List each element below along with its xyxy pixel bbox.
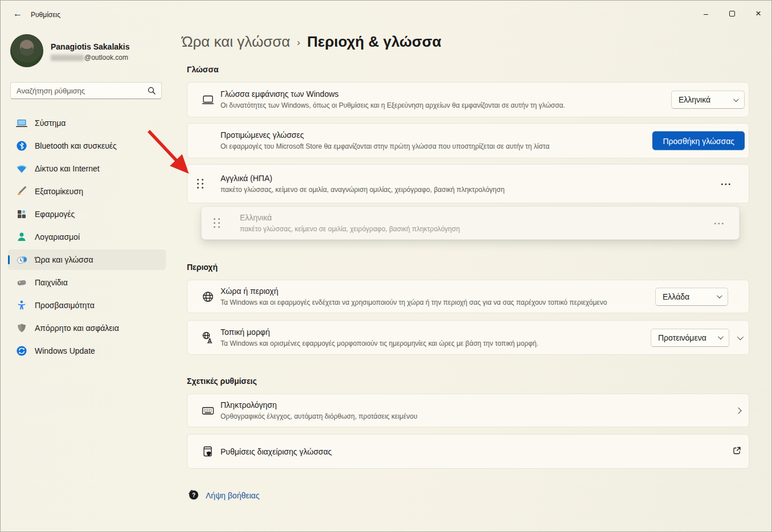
search-input[interactable]	[11, 87, 148, 95]
minimize-icon: –	[704, 9, 708, 18]
country-dropdown[interactable]: Ελλάδα	[655, 288, 728, 306]
card-title: Πληκτρολόγηση	[220, 400, 418, 411]
settings-window: ← Ρυθμίσεις – × Panagiotis Sakalakis @ou…	[0, 0, 772, 532]
card-title: Προτιμώμενες γλώσσες	[220, 130, 549, 141]
main-content: Γλώσσα Γλώσσα εμφάνισης των Windows Οι δ…	[187, 26, 749, 531]
search-icon	[148, 87, 156, 95]
card-title: Τοπική μορφή	[220, 327, 538, 338]
profile-name: Panagiotis Sakalakis	[51, 42, 130, 51]
accessibility-icon	[16, 300, 27, 311]
maximize-button[interactable]	[719, 1, 745, 26]
close-button[interactable]: ×	[745, 1, 771, 26]
section-label-region: Περιοχή	[187, 263, 218, 272]
titlebar: ← Ρυθμίσεις – ×	[1, 1, 771, 26]
setting-card-admin-language[interactable]: Ρυθμίσεις διαχείρισης γλώσσας	[187, 434, 749, 469]
sidebar-item-personalization[interactable]: Εξατομίκευση	[8, 181, 166, 202]
sidebar-item-windows-update[interactable]: Windows Update	[8, 341, 166, 361]
setting-card-typing[interactable]: Πληκτρολόγηση Ορθογραφικός έλεγχος, αυτό…	[187, 394, 749, 427]
personalization-icon	[16, 186, 27, 197]
drag-handle-icon[interactable]	[210, 216, 223, 230]
locale-format-icon: A	[201, 331, 215, 345]
back-button[interactable]: ←	[9, 5, 27, 22]
privacy-icon	[16, 322, 27, 334]
card-title: Γλώσσα εμφάνισης των Windows	[220, 89, 565, 100]
profile-email: @outlook.com	[51, 54, 128, 62]
windows-update-icon	[16, 345, 27, 357]
sidebar-item-system[interactable]: Σύστημα	[8, 113, 166, 133]
sidebar-item-accounts[interactable]: Λογαριασμοί	[8, 227, 166, 247]
display-language-icon	[201, 93, 215, 107]
selected-indicator	[8, 255, 10, 264]
setting-card-display-language: Γλώσσα εμφάνισης των Windows Οι δυνατότη…	[187, 82, 749, 117]
sidebar-nav: Σύστημα Bluetooth και συσκευές Δίκτυο κα…	[8, 113, 166, 361]
language-features: πακέτο γλώσσας, κείμενο σε ομιλία, αναγν…	[220, 185, 505, 195]
back-arrow-icon: ←	[13, 9, 22, 19]
section-label-language: Γλώσσα	[187, 65, 219, 74]
card-title: Ρυθμίσεις διαχείρισης γλώσσας	[220, 446, 332, 457]
chevron-down-icon	[718, 334, 724, 339]
ellipsis-icon: •••	[721, 181, 732, 187]
section-label-related: Σχετικές ρυθμίσεις	[187, 377, 257, 386]
setting-card-preferred-languages: Προτιμώμενες γλώσσες Οι εφαρμογές του Mi…	[187, 123, 749, 158]
search-box[interactable]	[10, 82, 162, 99]
language-row-english[interactable]: Αγγλικά (ΗΠΑ) πακέτο γλώσσας, κείμενο σε…	[187, 164, 749, 203]
chevron-right-icon	[735, 407, 741, 414]
help-row[interactable]: ? Λήψη βοήθειας	[187, 488, 259, 503]
email-redacted-block	[51, 55, 84, 61]
sidebar-item-network[interactable]: Δίκτυο και Internet	[8, 158, 166, 179]
get-help-icon: ?	[187, 488, 199, 503]
more-button[interactable]: •••	[718, 177, 734, 190]
setting-card-regional-format: A Τοπική μορφή Τα Windows και ορισμένες …	[187, 320, 749, 355]
regional-format-dropdown[interactable]: Προτεινόμενα	[651, 329, 729, 347]
time-language-icon	[16, 254, 27, 265]
gaming-icon	[16, 277, 27, 288]
keyboard-icon	[201, 404, 215, 418]
more-button[interactable]: •••	[712, 216, 728, 230]
sidebar-item-privacy[interactable]: Απόρρητο και ασφάλεια	[8, 318, 166, 338]
apps-icon	[16, 208, 27, 220]
card-description: Τα Windows και οι εφαρμογές ενδέχεται να…	[220, 298, 607, 308]
window-title: Ρυθμίσεις	[31, 11, 60, 19]
language-features: πακέτο γλώσσας, κείμενο σε ομιλία, χειρό…	[240, 224, 460, 234]
card-description: Οι δυνατότητες των Windows, όπως οι Ρυθμ…	[220, 101, 565, 111]
add-language-button[interactable]: Προσθήκη γλώσσας	[652, 132, 745, 150]
admin-language-icon	[201, 445, 215, 459]
bluetooth-icon	[16, 140, 27, 152]
globe-icon	[201, 290, 215, 304]
display-language-dropdown[interactable]: Ελληνικά	[671, 91, 745, 109]
language-row-greek-dragging[interactable]: Ελληνικά πακέτο γλώσσας, κείμενο σε ομιλ…	[201, 206, 740, 240]
network-icon	[16, 163, 27, 174]
svg-text:?: ?	[192, 492, 195, 498]
sidebar: Panagiotis Sakalakis @outlook.com Σύστημ…	[1, 26, 171, 531]
card-description: Οι εφαρμογές του Microsoft Store θα εμφα…	[220, 142, 549, 152]
language-name: Ελληνικά	[240, 212, 460, 223]
system-icon	[16, 117, 27, 129]
ellipsis-icon: •••	[714, 220, 725, 226]
setting-card-country: Χώρα ή περιοχή Τα Windows και οι εφαρμογ…	[187, 280, 749, 313]
drag-handle-icon[interactable]	[193, 177, 207, 191]
chevron-down-icon	[717, 293, 722, 298]
avatar[interactable]	[10, 34, 43, 67]
external-link-icon	[733, 446, 741, 457]
maximize-icon	[729, 11, 735, 17]
sidebar-item-gaming[interactable]: Παιχνίδια	[8, 272, 166, 293]
sidebar-item-apps[interactable]: Εφαρμογές	[8, 204, 166, 224]
chevron-down-icon	[733, 96, 739, 102]
close-icon: ×	[755, 8, 761, 19]
get-help-link[interactable]: Λήψη βοήθειας	[206, 491, 259, 500]
card-description: Τα Windows και ορισμένες εφαρμογές μορφο…	[220, 339, 538, 349]
expand-chevron-icon[interactable]	[737, 333, 744, 339]
card-description: Ορθογραφικός έλεγχος, αυτόματη διόρθωση,…	[220, 412, 418, 421]
sidebar-item-time-language[interactable]: Ώρα και γλώσσα	[8, 249, 166, 270]
sidebar-item-accessibility[interactable]: Προσβασιμότητα	[8, 295, 166, 316]
language-name: Αγγλικά (ΗΠΑ)	[220, 173, 505, 184]
sidebar-item-bluetooth[interactable]: Bluetooth και συσκευές	[8, 136, 166, 156]
card-title: Χώρα ή περιοχή	[220, 286, 607, 297]
accounts-icon	[16, 231, 27, 243]
minimize-button[interactable]: –	[693, 1, 719, 26]
